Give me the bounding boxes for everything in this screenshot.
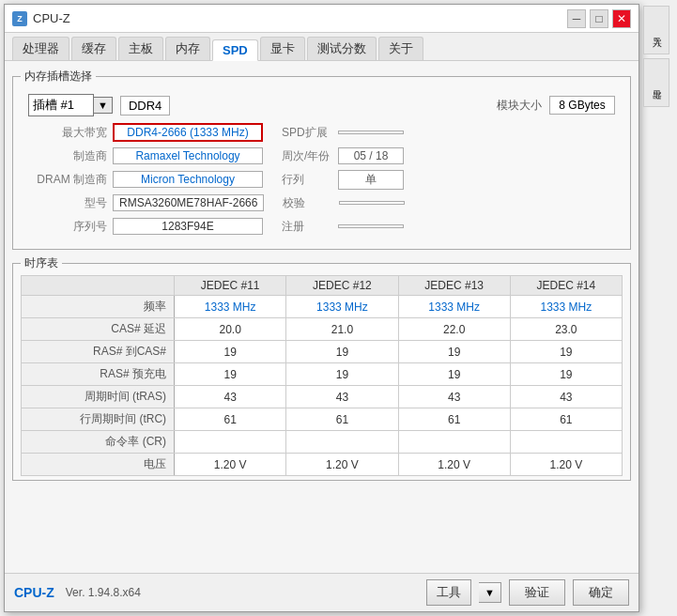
tools-button[interactable]: 工具 (426, 579, 471, 606)
table-row: RAS# 到CAS#19191919 (22, 341, 623, 363)
cpu-z-logo: CPU-Z (14, 585, 54, 600)
row-value: 单 (338, 170, 404, 190)
timing-cell: 20.0 (175, 318, 286, 341)
maximize-button[interactable]: □ (590, 9, 608, 28)
timing-cell: 1.20 V (286, 454, 398, 476)
timing-cell: 1.20 V (398, 454, 510, 476)
tab-mainboard[interactable]: 主板 (118, 37, 163, 60)
table-row: 命令率 (CR) (22, 431, 623, 454)
tab-about[interactable]: 关于 (378, 37, 423, 60)
timing-cell: 21.0 (286, 318, 398, 341)
bottom-bar: CPU-Z Ver. 1.94.8.x64 工具 ▼ 验证 确定 (5, 573, 639, 611)
timing-cell: 61 (510, 408, 622, 431)
timing-row-label: 电压 (22, 454, 175, 476)
checksum-label: 校验 (283, 195, 339, 211)
slot-section-title: 内存插槽选择 (21, 69, 96, 85)
model-row: 型号 RMSA3260ME78HAF-2666 校验 (28, 192, 615, 213)
max-bandwidth-label: 最大带宽 (28, 125, 113, 141)
serial-label: 序列号 (28, 219, 113, 235)
register-label: 注册 (282, 219, 338, 235)
timing-cell: 23.0 (510, 318, 622, 341)
timing-cell (398, 431, 510, 454)
checksum-value (339, 201, 405, 205)
timing-cell: 19 (175, 363, 286, 386)
tab-processor[interactable]: 处理器 (12, 37, 69, 60)
tab-cache[interactable]: 缓存 (71, 37, 116, 60)
row-label: 行列 (282, 172, 338, 188)
model-value: RMSA3260ME78HAF-2666 (113, 194, 264, 211)
import-button[interactable]: 导入 (643, 6, 669, 54)
timing-cell: 61 (286, 408, 398, 431)
col-label (22, 276, 175, 296)
export-button[interactable]: 导出 (643, 58, 669, 107)
validate-button[interactable]: 验证 (509, 579, 565, 606)
timing-cell (175, 431, 286, 454)
week-year-value: 05 / 18 (338, 147, 404, 164)
timing-section: 时序表 JEDEC #11 JEDEC #12 JEDEC #13 JEDEC … (12, 255, 631, 481)
register-value (338, 224, 404, 228)
timing-cell: 1.20 V (175, 454, 286, 476)
timing-cell: 1333 MHz (398, 296, 510, 318)
tab-memory[interactable]: 内存 (165, 37, 210, 60)
right-toolbar: 导入 导出 (643, 4, 673, 612)
table-row: CAS# 延迟20.021.022.023.0 (22, 318, 623, 341)
tab-bench[interactable]: 测试分数 (307, 37, 377, 60)
max-bandwidth-row: 最大带宽 DDR4-2666 (1333 MHz) SPD扩展 (28, 122, 615, 143)
dram-manufacturer-row: DRAM 制造商 Micron Technology 行列 单 (28, 169, 615, 190)
timing-row-label: RAS# 预充电 (22, 363, 175, 386)
timing-table: JEDEC #11 JEDEC #12 JEDEC #13 JEDEC #14 … (21, 275, 623, 476)
app-icon: Z (12, 11, 27, 26)
timing-cell (510, 431, 622, 454)
content-area: 内存插槽选择 插槽 #1 ▼ DDR4 模块大小 8 GBytes 最大带宽 (5, 61, 639, 573)
timing-cell: 19 (398, 341, 510, 363)
timing-cell: 19 (510, 341, 622, 363)
timing-row-label: 行周期时间 (tRC) (22, 408, 175, 431)
spd-info-table: 最大带宽 DDR4-2666 (1333 MHz) SPD扩展 制造商 Rama… (21, 122, 623, 245)
col-jedec14: JEDEC #14 (510, 276, 622, 296)
timing-cell: 61 (398, 408, 510, 431)
col-jedec11: JEDEC #11 (175, 276, 286, 296)
close-button[interactable]: ✕ (612, 9, 631, 28)
version-text: Ver. 1.94.8.x64 (66, 586, 141, 599)
tools-arrow-button[interactable]: ▼ (479, 582, 501, 603)
ok-button[interactable]: 确定 (573, 579, 629, 606)
col-jedec12: JEDEC #12 (286, 276, 398, 296)
table-row: 电压1.20 V1.20 V1.20 V1.20 V (22, 454, 623, 476)
timing-cell: 1333 MHz (286, 296, 398, 318)
title-bar: Z CPU-Z ─ □ ✕ (5, 5, 639, 33)
max-bandwidth-value: DDR4-2666 (1333 MHz) (113, 123, 263, 142)
timing-cell: 43 (510, 386, 622, 408)
slot-row: 插槽 #1 ▼ DDR4 模块大小 8 GBytes (21, 88, 623, 122)
module-size-value: 8 GBytes (549, 96, 615, 115)
manufacturer-row: 制造商 Ramaxel Technology 周次/年份 05 / 18 (28, 146, 615, 166)
col-jedec13: JEDEC #13 (398, 276, 510, 296)
timing-cell: 19 (286, 341, 398, 363)
timing-cell: 19 (175, 341, 286, 363)
manufacturer-label: 制造商 (28, 148, 113, 164)
timing-row-label: RAS# 到CAS# (22, 341, 175, 363)
slot-selector[interactable]: 插槽 #1 ▼ (28, 94, 113, 116)
timing-cell: 22.0 (398, 318, 510, 341)
slot-dropdown[interactable]: 插槽 #1 (28, 94, 94, 116)
slot-dropdown-arrow[interactable]: ▼ (94, 97, 113, 114)
module-size-label: 模块大小 (497, 98, 542, 114)
table-row: 频率1333 MHz1333 MHz1333 MHz1333 MHz (22, 296, 623, 318)
timing-row-label: 命令率 (CR) (22, 431, 175, 454)
dram-label: DRAM 制造商 (28, 172, 113, 188)
timing-cell: 43 (175, 386, 286, 408)
tab-spd[interactable]: SPD (212, 39, 258, 61)
timing-cell: 19 (286, 363, 398, 386)
timing-cell: 19 (398, 363, 510, 386)
serial-value: 1283F94E (113, 218, 263, 235)
tab-graphics[interactable]: 显卡 (260, 37, 305, 60)
timing-cell: 43 (286, 386, 398, 408)
timing-row-label: CAS# 延迟 (22, 318, 175, 341)
timing-row-label: 周期时间 (tRAS) (22, 386, 175, 408)
timing-cell (286, 431, 398, 454)
table-row: RAS# 预充电19191919 (22, 363, 623, 386)
slot-section: 内存插槽选择 插槽 #1 ▼ DDR4 模块大小 8 GBytes 最大带宽 (12, 69, 631, 250)
spd-ext-label: SPD扩展 (282, 125, 338, 141)
minimize-button[interactable]: ─ (567, 9, 586, 28)
dram-value: Micron Technology (113, 171, 263, 188)
window-controls: ─ □ ✕ (567, 9, 631, 28)
